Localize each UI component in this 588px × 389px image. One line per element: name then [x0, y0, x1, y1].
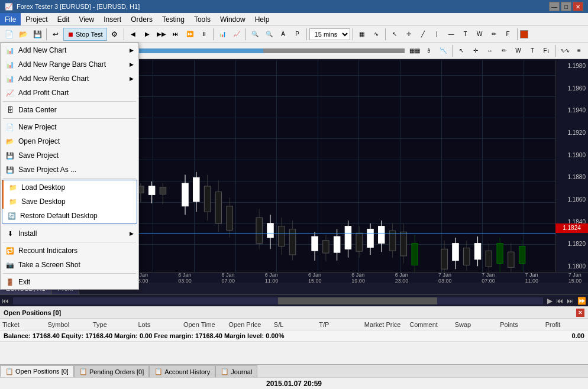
tb2-crosshair[interactable]: ✛ — [469, 44, 482, 57]
menu-orders[interactable]: Orders — [126, 13, 157, 25]
tb-c2[interactable]: 📈 — [230, 28, 243, 41]
tb2-bars[interactable]: ▦▦ — [408, 44, 421, 57]
tb-color[interactable] — [520, 30, 528, 38]
tb2-wave[interactable]: ∿∿ — [558, 44, 571, 57]
menu-window[interactable]: Window — [215, 13, 250, 25]
menu-view[interactable]: View — [74, 13, 99, 25]
tb2-F[interactable]: F↓ — [540, 44, 553, 57]
tb-open[interactable]: 📂 — [17, 28, 30, 41]
tb-line[interactable]: ╱ — [416, 28, 429, 41]
menu-save-project[interactable]: 💾 Save Project — [1, 148, 138, 163]
tb-undo[interactable]: ↩ — [49, 28, 62, 41]
tb-settings[interactable]: ⚙ — [108, 28, 121, 41]
tab-account-history[interactable]: 📋 Account History — [149, 365, 215, 377]
menu-sep-2 — [3, 118, 136, 119]
tb2-more[interactable]: ≡ — [573, 44, 586, 57]
tb2-sel[interactable]: ↖ — [455, 44, 468, 57]
menu-insert[interactable]: Insert — [99, 13, 126, 25]
tb-text[interactable]: T — [459, 28, 472, 41]
tb-cross[interactable]: ✛ — [402, 28, 415, 41]
tb-prev[interactable]: ◀ — [127, 28, 140, 41]
tab-account-history-label: Account History — [164, 368, 210, 375]
tb2-W[interactable]: W — [512, 44, 525, 57]
tb-play[interactable]: ▶▶ — [155, 28, 168, 41]
tb-stop[interactable]: ⏸ — [198, 28, 211, 41]
menu-help[interactable]: Help — [250, 13, 274, 25]
tab-journal[interactable]: 📋 Journal — [215, 365, 257, 377]
nav-prev[interactable]: ⏮ — [554, 297, 565, 305]
menu-add-range-bars[interactable]: 📊 Add New Range Bars Chart ▶ — [1, 57, 138, 72]
menu-edit[interactable]: Edit — [53, 13, 75, 25]
tb-period[interactable]: P — [291, 28, 304, 41]
tb-auto[interactable]: A — [277, 28, 290, 41]
menu-recount[interactable]: 🔁 Recount Indicators — [1, 244, 138, 258]
svg-rect-39 — [267, 223, 273, 238]
menu-testing[interactable]: Testing — [157, 13, 189, 25]
tb-save[interactable]: 💾 — [31, 28, 44, 41]
menu-install[interactable]: ⬇ Install ▶ — [1, 226, 138, 241]
tb-vol[interactable]: ▦ — [356, 28, 369, 41]
menu-restore-desktop[interactable]: 🔄 Restore Default Desktop — [2, 209, 137, 223]
tb-next[interactable]: ▶ — [141, 28, 154, 41]
time-5: 6 Jan 03:00 — [178, 272, 198, 284]
menu-exit[interactable]: 🚪 Exit — [1, 275, 138, 289]
tb-cursor[interactable]: ↖ — [388, 28, 401, 41]
restore-btn[interactable]: □ — [561, 2, 571, 11]
col-points: Points — [497, 321, 542, 328]
tb-zoom-in[interactable]: 🔍 — [248, 28, 261, 41]
menu-load-desktop[interactable]: 📁 Load Desktop — [2, 180, 137, 194]
tb-step[interactable]: ⏭ — [169, 28, 182, 41]
tb-fib[interactable]: W — [473, 28, 486, 41]
tb-pencil[interactable]: ✏ — [487, 28, 500, 41]
tb-font[interactable]: F — [502, 28, 515, 41]
tb-new[interactable]: 📄 — [2, 28, 15, 41]
close-btn[interactable]: ✕ — [573, 2, 583, 11]
tb-vline[interactable]: | — [431, 28, 444, 41]
menu-screenshot[interactable]: 📷 Take a Screen Shot — [1, 258, 138, 272]
tb-zoom-out[interactable]: 🔍 — [263, 28, 276, 41]
title-bar-text: Forex Tester 3 [EURUSD] - [EURUSD, H1] — [17, 3, 140, 10]
status-bar: 2015.01.07 20:59 — [0, 377, 588, 389]
svg-rect-55 — [367, 229, 373, 247]
menu-add-new-chart[interactable]: 📊 Add New Chart ▶ — [1, 43, 138, 57]
tb2-ruler[interactable]: ↔ — [483, 44, 496, 57]
tb2-line2[interactable]: 📉 — [437, 44, 450, 57]
chart-scroll[interactable] — [13, 297, 543, 304]
menu-project[interactable]: Project — [21, 13, 52, 25]
tb-c1[interactable]: 📊 — [216, 28, 229, 41]
sep2-2 — [452, 45, 453, 57]
tb-hline[interactable]: — — [445, 28, 458, 41]
tb2-candle[interactable]: 🕯 — [422, 44, 435, 57]
menu-file[interactable]: File — [0, 13, 21, 25]
minimize-btn[interactable]: — — [549, 2, 560, 11]
stop-test-btn[interactable]: ⏹ Stop Test — [63, 28, 107, 41]
nav-end[interactable]: ⏩ — [576, 297, 588, 305]
tb2-pen[interactable]: ✏ — [497, 44, 511, 57]
range-arrow-icon: ▶ — [130, 61, 134, 67]
tb2-T[interactable]: T — [526, 44, 539, 57]
nav-play[interactable]: ⏭ — [565, 297, 576, 305]
tab-open-positions[interactable]: 📋 Open Positions [0] — [0, 365, 74, 377]
nav-next[interactable]: ▶ — [545, 297, 554, 305]
nav-prev-start[interactable]: ⏮ — [0, 297, 11, 305]
menu-data-center[interactable]: 🗄 Data Center — [1, 103, 138, 117]
chart-icon: 📊 — [5, 46, 15, 55]
menu-save-desktop[interactable]: 📁 Save Desktop — [2, 194, 137, 209]
svg-rect-51 — [345, 226, 351, 249]
timeframe-select[interactable]: 15 mins — [309, 28, 350, 40]
app-icon: 📈 — [5, 3, 13, 11]
tb-indi[interactable]: ∿ — [370, 28, 383, 41]
menu-tools[interactable]: Tools — [189, 13, 215, 25]
install-icon: ⬇ — [5, 229, 15, 238]
sep2-3 — [555, 45, 556, 57]
menu-new-project[interactable]: 📄 New Project — [1, 120, 138, 134]
menu-save-project-as[interactable]: 💾 Save Project As ... — [1, 163, 138, 177]
data-icon: 🗄 — [5, 105, 15, 115]
tb-end[interactable]: ⏩ — [183, 28, 196, 41]
close-panel-btn[interactable]: ✕ — [576, 309, 584, 317]
menu-open-project[interactable]: 📂 Open Project — [1, 134, 138, 148]
menu-add-renko[interactable]: 📊 Add New Renko Chart ▶ — [1, 72, 138, 86]
tab-pending-orders[interactable]: 📋 Pending Orders [0] — [74, 365, 149, 377]
menu-add-profit[interactable]: 📈 Add Profit Chart — [1, 86, 138, 100]
price-7: 1.1860 — [556, 196, 588, 203]
